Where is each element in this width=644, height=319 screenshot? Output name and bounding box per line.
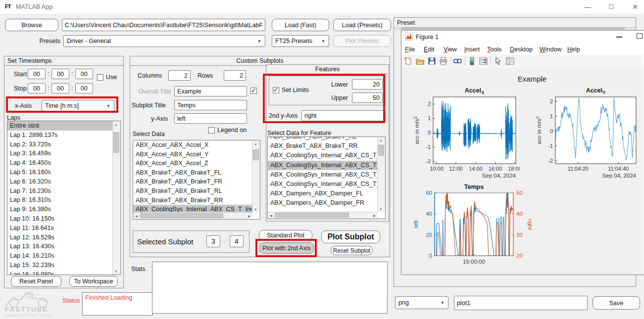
list-item[interactable]: ABX_BrakeT_ABX_BrakeT_FL	[133, 168, 252, 178]
rows-input[interactable]	[224, 70, 246, 81]
menu-item-tools[interactable]: Tools	[487, 46, 501, 53]
load-fast-button[interactable]: Load (Fast)	[272, 19, 329, 31]
scroll-up-icon[interactable]: ▲	[252, 140, 259, 147]
subplot-total-input[interactable]	[230, 235, 244, 247]
menu-item-file[interactable]: File	[405, 46, 415, 53]
list-item[interactable]: Lap 12: 16.529s	[7, 233, 113, 242]
save-button[interactable]: Save	[593, 296, 640, 310]
list-item[interactable]: ABX_Accel_ABX_Accel_Y	[133, 150, 252, 159]
lower-input[interactable]	[352, 79, 383, 90]
reset-subplot-button[interactable]: Reset Subplot	[331, 246, 373, 255]
list-item[interactable]: ABX_CoolingSys_Internal_ABX_CS_T_MotL	[268, 170, 378, 180]
preset-panel-scrollbar[interactable]	[394, 27, 636, 30]
list-item[interactable]: Lap 3: 16.459s	[7, 149, 113, 158]
menu-item-help[interactable]: Help	[567, 46, 580, 53]
maximize-button[interactable]: ☐	[604, 1, 619, 12]
list-item[interactable]: Lap 1: 2898.137s	[7, 131, 113, 140]
stats-textarea[interactable]	[152, 262, 388, 314]
list-item[interactable]: Lap 11: 16.641s	[7, 224, 113, 233]
new-figure-icon[interactable]	[403, 56, 413, 66]
browse-button[interactable]: Browse	[5, 19, 58, 31]
to-workspace-button[interactable]: To Workspace	[69, 276, 118, 287]
scroll-up-icon[interactable]: ▲	[378, 137, 384, 143]
list-item[interactable]: Lap 9: 16.380s	[7, 205, 113, 214]
laps-vscrollbar[interactable]: ▲ ▼	[112, 121, 120, 274]
legend-checkbox[interactable]	[208, 127, 215, 134]
set-limits-checkbox[interactable]	[273, 87, 279, 93]
minimize-button[interactable]: —	[580, 1, 595, 12]
plot-subplot-button[interactable]: Plot Subplot	[321, 230, 380, 243]
use-checkbox[interactable]	[97, 74, 103, 81]
preset-dropdown[interactable]: Driver - General ▼	[63, 35, 265, 47]
list-item[interactable]: Lap 10: 16.150s	[7, 214, 113, 224]
scroll-up-icon[interactable]: ▲	[113, 121, 119, 128]
scrollbar-thumb[interactable]	[378, 145, 384, 156]
path-input[interactable]	[62, 19, 265, 31]
scroll-right-icon[interactable]: ▶	[246, 213, 252, 219]
plot-presets-button[interactable]: Plot Presets	[333, 35, 391, 47]
list-item[interactable]: Lap 14: 16.210s	[7, 251, 113, 261]
list-item[interactable]: ABX_BrakeT_ABX_BrakeT_FR	[133, 177, 252, 186]
insert-colorbar-icon[interactable]	[467, 56, 477, 66]
scrollbar-thumb[interactable]	[275, 213, 349, 218]
export-format-dropdown[interactable]: png ▼	[395, 296, 448, 309]
menu-item-view[interactable]: View	[444, 46, 457, 53]
scroll-right-icon[interactable]: ▶	[371, 212, 378, 219]
print-icon[interactable]	[439, 56, 448, 66]
list-item[interactable]: ABX_BrakeT_ABX_BrakeT_RL	[268, 137, 378, 141]
scrollbar-thumb[interactable]	[253, 149, 259, 160]
list-item[interactable]: Lap 7: 16.230s	[7, 186, 113, 196]
list-item[interactable]: Lap 6: 16.320s	[7, 177, 113, 186]
upper-input[interactable]	[352, 92, 383, 103]
list-item[interactable]: ABX_Dampers_ABX_Damper_FR	[268, 198, 378, 208]
figure-maximize-button[interactable]	[637, 33, 643, 39]
export-filename-input[interactable]	[454, 296, 588, 310]
close-button[interactable]: ✕	[628, 1, 643, 12]
ft25-presets-dropdown[interactable]: FT25 Presets ▼	[272, 35, 329, 47]
list-item[interactable]: ABX_BrakeT_ABX_BrakeT_RR	[133, 196, 252, 205]
list-item[interactable]: ABX_CoolingSys_Internal_ABX_CS_T_InvL	[268, 151, 378, 160]
list-item[interactable]: Lap 2: 33.720s	[7, 140, 113, 149]
list-item[interactable]: Lap 16: 15.980s	[7, 270, 113, 275]
select-data-listbox[interactable]: ABX_Accel_ABX_Accel_XABX_Accel_ABX_Accel…	[133, 140, 260, 220]
reset-panel-button[interactable]: Reset Panel	[11, 276, 61, 287]
menu-item-desktop[interactable]: Desktop	[510, 46, 533, 53]
feature-hscrollbar[interactable]: ◀ ▶	[268, 212, 378, 219]
list-item[interactable]: ABX_Dampers_ABX_Damper_FL	[268, 189, 378, 198]
subplot-title-input[interactable]	[174, 100, 247, 110]
scroll-down-icon[interactable]: ▼	[252, 206, 259, 213]
overall-title-checkbox[interactable]	[250, 88, 257, 94]
scrollbar-thumb[interactable]	[401, 27, 625, 30]
load-presets-button[interactable]: Load (Presets)	[333, 19, 391, 31]
open-file-icon[interactable]	[415, 56, 425, 66]
list-item[interactable]: Lap 13: 16.430s	[7, 242, 113, 251]
stop-minute-input[interactable]	[51, 83, 69, 93]
stop-hour-input[interactable]	[28, 83, 46, 93]
list-item[interactable]: Lap 15: 32.239s	[7, 261, 113, 270]
feature-vscrollbar[interactable]: ▲ ▼	[377, 137, 385, 212]
menu-item-insert[interactable]: Insert	[464, 46, 480, 53]
list-item[interactable]: ABX_BrakeT_ABX_BrakeT_RL	[133, 186, 252, 196]
stop-second-input[interactable]	[75, 83, 93, 93]
plot-with-2nd-axis-button[interactable]: Plot with 2nd Axis	[259, 242, 314, 254]
scrollbar-thumb[interactable]	[113, 132, 119, 153]
scroll-down-icon[interactable]: ▼	[378, 206, 384, 212]
property-inspector-icon[interactable]	[505, 56, 515, 66]
xaxis-dropdown[interactable]: Time [h:m:s] ▼	[42, 100, 114, 111]
list-item[interactable]: ABX_BrakeT_ABX_BrakeT_RR	[268, 141, 378, 151]
scroll-left-icon[interactable]: ◀	[268, 212, 274, 219]
link-plot-icon[interactable]	[453, 56, 462, 66]
columns-input[interactable]	[168, 70, 191, 81]
start-second-input[interactable]	[75, 69, 93, 79]
menu-item-window[interactable]: Window	[540, 46, 561, 53]
select-data-hscrollbar[interactable]: ◀ ▶	[133, 212, 252, 219]
yaxis-input[interactable]	[174, 113, 247, 124]
menu-item-edit[interactable]: Edit	[424, 46, 435, 53]
scrollbar-thumb[interactable]	[140, 213, 223, 218]
start-hour-input[interactable]	[28, 69, 46, 79]
list-item[interactable]: ABX_CoolingSys_Internal_ABX_CS_T_MotR	[268, 180, 378, 189]
figure-minimize-button[interactable]	[616, 37, 622, 38]
laps-listbox[interactable]: Entire stintLap 1: 2898.137sLap 2: 33.72…	[7, 121, 121, 275]
select-data-vscrollbar[interactable]: ▲ ▼	[252, 140, 260, 213]
list-item[interactable]: ABX_Accel_ABX_Accel_X	[133, 140, 252, 150]
